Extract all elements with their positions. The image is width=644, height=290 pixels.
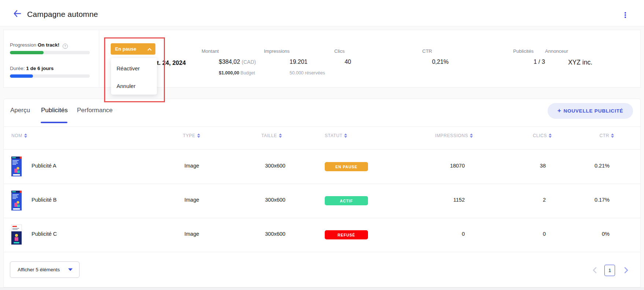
column-header-ctr[interactable]: CTR: [600, 133, 614, 138]
column-header-impressions[interactable]: IMPRESSIONS: [435, 133, 473, 138]
ad-name: Publicité B: [32, 197, 57, 203]
stat-label: Impressions: [264, 48, 290, 54]
chevron-left-icon: [592, 267, 597, 274]
ad-name: Publicité C: [32, 231, 57, 237]
sort-icon: [279, 133, 282, 138]
column-header-taille[interactable]: TAILLE: [261, 133, 282, 138]
tab-apercu[interactable]: Aperçu: [10, 107, 30, 114]
chevron-down-icon: [68, 268, 73, 271]
sort-icon: [197, 133, 200, 138]
column-header-nom[interactable]: NOM: [11, 133, 27, 138]
pagination-next-button[interactable]: [622, 264, 631, 276]
stats-divider: [99, 30, 99, 87]
stat-label: Annonceur: [545, 48, 568, 54]
table-bottom-divider: [3, 252, 641, 252]
stat-annonceur: Annonceur XYZ inc.: [545, 48, 568, 54]
stat-value: 19.201: [290, 59, 308, 65]
stat-label: Montant: [202, 48, 219, 54]
tabs-divider: [3, 126, 641, 127]
ad-name: Publicité A: [32, 163, 56, 169]
pagination-prev-button[interactable]: [590, 264, 599, 276]
active-tab-underline: [41, 122, 67, 123]
ad-thumbnail: [11, 191, 22, 210]
kebab-menu-icon[interactable]: [622, 10, 629, 20]
stat-ctr: CTR 0,21%: [422, 48, 432, 54]
sort-icon: [344, 133, 347, 138]
chevron-right-icon: [624, 267, 629, 274]
column-header-type[interactable]: TYPE: [183, 133, 200, 138]
stat-value: XYZ inc.: [568, 59, 592, 66]
stat-sub: $1.000,00 Budget: [219, 70, 255, 76]
page-size-label: Afficher 5 éléments: [18, 267, 60, 272]
ad-impressions: 0: [462, 231, 465, 237]
help-icon[interactable]: ?: [63, 44, 68, 49]
status-badge: REFUSÉ: [325, 230, 368, 239]
status-dropdown-label: En pause: [115, 46, 136, 52]
back-arrow-icon[interactable]: [12, 10, 23, 19]
duration-label: Durée:: [10, 66, 25, 71]
stat-clics: Clics 40: [334, 48, 345, 54]
ad-impressions: 1152: [453, 197, 465, 203]
duration-bar: [10, 74, 90, 78]
ad-clics: 38: [540, 163, 546, 169]
tab-performance[interactable]: Performance: [77, 107, 113, 114]
sort-icon: [549, 133, 552, 138]
sort-icon: [470, 133, 473, 138]
sort-icon: [611, 133, 614, 138]
status-dropdown-menu: Réactiver Annuler: [111, 58, 157, 95]
ad-thumbnail: [11, 157, 22, 176]
menu-item-cancel[interactable]: Annuler: [117, 83, 136, 89]
stat-publicites: Publicités 1 / 3: [513, 48, 534, 54]
ad-clics: 0: [543, 231, 546, 237]
plus-icon: +: [557, 107, 562, 114]
sort-icon: [24, 133, 27, 138]
progression-bar: [10, 51, 90, 54]
stat-sub: 50.000 réservées: [290, 70, 325, 76]
ad-ctr: 0.21%: [595, 163, 610, 169]
stat-label: Publicités: [513, 48, 534, 54]
campaign-date-fragment: t. 24, 2024: [157, 59, 186, 66]
pagination-page-1[interactable]: 1: [604, 265, 615, 276]
ad-type: Image: [184, 231, 199, 237]
column-header-statut[interactable]: STATUT: [325, 133, 347, 138]
status-dropdown-button[interactable]: En pause: [111, 43, 155, 55]
progression-line: Progression On track! ?: [10, 42, 68, 49]
tab-publicites[interactable]: Publicités: [41, 107, 68, 114]
column-header-clics[interactable]: CLICS: [533, 133, 552, 138]
status-badge: ACTIF: [325, 196, 368, 205]
stat-label: Clics: [334, 48, 345, 54]
duration-bar-fill: [10, 74, 33, 78]
stat-value: $384,02 (CAD): [219, 59, 256, 65]
chevron-up-icon: [147, 48, 151, 52]
progression-value: On track!: [38, 42, 59, 48]
status-badge: EN PAUSE: [325, 162, 368, 171]
page-size-select[interactable]: Afficher 5 éléments: [10, 261, 80, 278]
ad-type: Image: [184, 163, 199, 169]
arrow-left-icon: [12, 10, 22, 18]
ad-size: 300x600: [265, 231, 286, 237]
progression-label: Progression: [10, 42, 36, 48]
ad-ctr: 0.17%: [595, 197, 610, 203]
table-row-publicite-a[interactable]: Publicité A Image 300x600 EN PAUSE 18070…: [3, 150, 641, 184]
new-ad-button[interactable]: + NOUVELLE PUBLICITÉ: [548, 103, 633, 119]
page-bottom-strip: [0, 287, 644, 290]
ad-size: 300x600: [265, 197, 286, 203]
menu-item-reactivate[interactable]: Réactiver: [117, 65, 140, 71]
ad-ctr: 0%: [602, 231, 610, 237]
duration-value: 1 de 6 jours: [26, 66, 54, 71]
table-row-publicite-b[interactable]: Publicité B Image 300x600 ACTIF 1152 2 0…: [3, 184, 641, 218]
stat-montant: Montant $384,02 (CAD) $1.000,00 Budget: [202, 48, 219, 54]
ad-size: 300x600: [265, 163, 286, 169]
stat-value: 40: [345, 59, 351, 65]
ad-thumbnail: [11, 225, 22, 245]
new-ad-button-label: NOUVELLE PUBLICITÉ: [563, 108, 623, 114]
table-row-publicite-c[interactable]: Publicité C Image 300x600 REFUSÉ 0 0 0%: [3, 218, 641, 252]
ad-clics: 2: [543, 197, 546, 203]
stat-impressions: Impressions 19.201 50.000 réservées: [264, 48, 290, 54]
stat-label: CTR: [422, 48, 432, 54]
stat-value: 0,21%: [432, 59, 449, 65]
progression-bar-fill: [10, 51, 44, 54]
campaign-detail-page: Campagne automne Progression On track! ?…: [0, 0, 644, 290]
duration-line: Durée: 1 de 6 jours: [10, 66, 54, 71]
stat-value: 1 / 3: [534, 59, 545, 65]
